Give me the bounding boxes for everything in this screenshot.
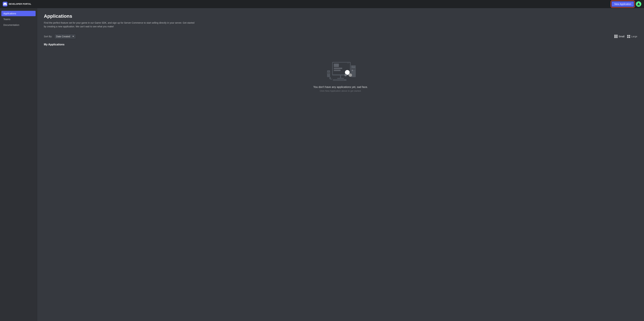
sidebar-item-teams[interactable]: Teams: [1, 17, 36, 22]
topbar-right: New Application: [612, 1, 641, 7]
sidebar-item-documentation[interactable]: Documentation: [1, 22, 36, 28]
topbar-left: DEVELOPER PORTAL: [3, 2, 31, 7]
sidebar: Applications Teams Documentation: [0, 8, 37, 321]
page-title: Applications: [44, 14, 637, 19]
main-content: Applications Find the perfect feature se…: [37, 8, 644, 321]
svg-rect-12: [351, 69, 356, 69]
svg-rect-5: [334, 70, 340, 71]
svg-rect-17: [330, 77, 331, 79]
large-grid-icon: [627, 35, 630, 38]
svg-rect-23: [339, 80, 340, 80]
svg-rect-31: [348, 63, 348, 63]
empty-primary-text: You don't have any applications yet, sad…: [313, 86, 368, 89]
topbar: DEVELOPER PORTAL New Application: [0, 0, 644, 8]
sort-by-label: Sort By:: [44, 35, 52, 38]
svg-point-13: [352, 70, 353, 71]
small-grid-icon: [614, 35, 618, 38]
portal-title: DEVELOPER PORTAL: [9, 3, 31, 5]
main-layout: Applications Teams Documentation Applica…: [0, 8, 644, 321]
svg-rect-6: [340, 76, 341, 78]
discord-logo-icon: [3, 2, 8, 7]
svg-point-29: [328, 72, 329, 74]
empty-secondary-text: Click New Application above to get start…: [320, 90, 361, 92]
svg-rect-21: [336, 80, 337, 80]
sidebar-item-applications[interactable]: Applications: [1, 11, 36, 16]
svg-rect-25: [342, 80, 342, 80]
user-avatar[interactable]: [636, 1, 641, 7]
svg-rect-24: [340, 80, 341, 80]
sort-bar: Sort By: Date Created Name Small: [44, 34, 637, 39]
svg-rect-32: [349, 63, 349, 63]
svg-point-16: [344, 74, 347, 76]
svg-rect-10: [352, 67, 355, 67]
view-small-option[interactable]: Small: [614, 35, 624, 38]
svg-rect-22: [338, 80, 338, 80]
svg-rect-19: [334, 80, 334, 80]
sort-left: Sort By: Date Created Name: [44, 34, 76, 39]
svg-rect-4: [334, 68, 342, 69]
sort-select[interactable]: Date Created Name: [54, 34, 76, 39]
svg-rect-3: [334, 64, 339, 67]
my-applications-title: My Applications: [44, 43, 637, 46]
svg-rect-11: [352, 67, 355, 68]
view-small-label: Small: [618, 35, 624, 38]
view-large-label: Large: [631, 35, 637, 38]
view-controls: Small Large: [614, 35, 637, 38]
svg-point-0: [638, 3, 639, 4]
page-description: Find the perfect feature set for your ga…: [44, 21, 196, 29]
view-large-option[interactable]: Large: [627, 35, 637, 38]
svg-rect-30: [347, 63, 348, 63]
svg-rect-9: [352, 66, 352, 66]
svg-point-15: [349, 73, 352, 77]
empty-state: You don't have any applications yet, sad…: [44, 50, 637, 102]
new-application-button[interactable]: New Application: [612, 1, 634, 7]
svg-rect-26: [343, 80, 344, 80]
empty-illustration: [324, 60, 358, 82]
svg-rect-20: [335, 80, 336, 80]
svg-rect-7: [337, 78, 344, 79]
